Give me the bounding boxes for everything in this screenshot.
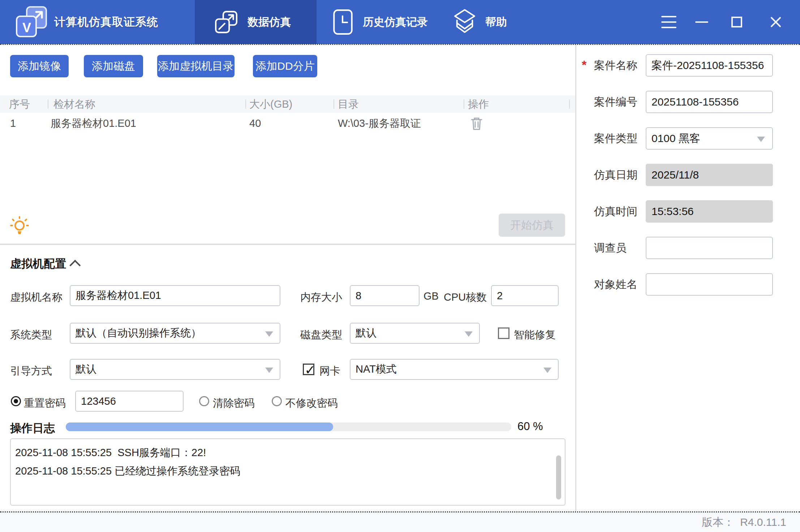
- simulation-date-label: 仿真日期: [594, 164, 637, 186]
- column-header-size: 大小(GB): [249, 95, 292, 113]
- reset-password-label: 重置密码: [24, 396, 66, 411]
- add-dd-split-button[interactable]: 添加DD分片: [253, 55, 317, 77]
- vm-config-section-header: 虚拟机配置: [10, 257, 81, 271]
- os-type-label: 系统类型: [10, 328, 52, 342]
- subject-name-label: 对象姓名: [594, 273, 637, 296]
- simulation-date-field: 2025/11/8: [646, 164, 773, 186]
- tab-help[interactable]: 帮助: [453, 0, 507, 44]
- subject-name-input[interactable]: [646, 273, 773, 296]
- memory-size-input[interactable]: [350, 285, 420, 306]
- vm-name-input[interactable]: [70, 285, 280, 306]
- simulation-date-value: 2025/11/8: [651, 169, 699, 181]
- disk-type-value: 默认: [356, 326, 377, 340]
- nic-mode-select[interactable]: NAT模式: [350, 359, 559, 380]
- statusbar-dotted-separator: [0, 511, 800, 512]
- log-line: 2025-11-08 15:55:25 SSH服务端口：22!: [15, 443, 565, 462]
- keep-password-label: 不修改密码: [285, 396, 338, 411]
- start-simulation-button[interactable]: 开始仿真: [499, 214, 565, 237]
- table-row: 1 服务器检材01.E01 40 W:\03-服务器取证: [0, 113, 575, 134]
- version-info: 版本： R4.0.11.1: [702, 512, 786, 532]
- simulation-time-value: 15:53:56: [651, 205, 694, 218]
- column-header-directory: 目录: [338, 95, 359, 113]
- minimize-button[interactable]: [695, 21, 708, 23]
- memory-size-label: 内存大小: [300, 290, 342, 305]
- simulation-time-field: 15:53:56: [646, 200, 773, 223]
- boot-mode-select[interactable]: 默认: [70, 359, 280, 380]
- os-type-select[interactable]: 默认（自动识别操作系统）: [70, 323, 280, 344]
- case-name-input[interactable]: [646, 54, 773, 77]
- status-bar: [0, 512, 800, 532]
- evidence-table-header: 序号 检材名称 大小(GB) 目录 操作: [0, 95, 575, 113]
- chevron-down-icon: [465, 331, 473, 337]
- version-value: R4.0.11.1: [740, 516, 786, 528]
- disk-type-select[interactable]: 默认: [350, 323, 480, 344]
- nic-checkbox[interactable]: [303, 364, 314, 375]
- tab-label: 历史仿真记录: [363, 15, 428, 30]
- tab-label: 数据仿真: [248, 15, 291, 30]
- data-simulation-icon: [214, 10, 238, 34]
- column-header-name: 检材名称: [53, 95, 95, 113]
- memory-unit-label: GB: [423, 290, 439, 302]
- chevron-down-icon: [265, 331, 273, 337]
- delete-row-button[interactable]: [470, 116, 483, 131]
- clear-password-radio[interactable]: [199, 396, 209, 406]
- log-scrollbar-thumb[interactable]: [556, 455, 561, 499]
- boot-mode-value: 默认: [76, 362, 96, 377]
- operation-log-content: 正在绕过操作系统登录密码…… 2025-11-08 15:55:25 SSH服务…: [11, 439, 565, 505]
- nic-mode-value: NAT模式: [356, 362, 397, 377]
- column-header-actions: 操作: [468, 95, 489, 113]
- case-type-label: 案件类型: [594, 127, 637, 150]
- operation-log-title: 操作日志: [10, 421, 55, 436]
- hint-bulb-icon: [10, 215, 29, 236]
- app-window: V 计算机仿真取证系统 数据仿真 历史仿真记录: [0, 0, 800, 532]
- tab-data-simulation[interactable]: 数据仿真: [195, 0, 317, 44]
- add-image-button[interactable]: 添加镜像: [10, 55, 69, 77]
- chevron-down-icon: [265, 368, 273, 373]
- reset-password-input[interactable]: [75, 391, 184, 412]
- row-directory: W:\03-服务器取证: [338, 113, 421, 134]
- boot-mode-label: 引导方式: [10, 364, 52, 378]
- add-vm-directory-button[interactable]: 添加虚拟机目录: [157, 55, 235, 77]
- chevron-down-icon: [757, 137, 765, 142]
- required-asterisk: *: [582, 58, 586, 72]
- progress-bar-fill: [66, 422, 333, 431]
- cpu-cores-label: CPU核数: [444, 290, 487, 305]
- operation-log-box: 正在绕过操作系统登录密码…… 2025-11-08 15:55:25 SSH服务…: [10, 438, 565, 506]
- disk-type-label: 磁盘类型: [300, 328, 342, 342]
- column-header-index: 序号: [9, 95, 30, 113]
- row-index: 1: [10, 113, 16, 134]
- case-name-label: 案件名称: [594, 54, 637, 77]
- investigator-input[interactable]: [646, 237, 773, 259]
- collapse-caret-icon[interactable]: [69, 260, 81, 271]
- reset-password-radio[interactable]: [11, 396, 21, 406]
- version-label: 版本：: [702, 515, 734, 530]
- progress-bar: [66, 422, 511, 431]
- maximize-button[interactable]: [731, 17, 742, 27]
- history-icon: [332, 9, 353, 35]
- smart-repair-label: 智能修复: [514, 328, 556, 342]
- menu-button[interactable]: [661, 16, 676, 28]
- nic-label: 网卡: [319, 364, 340, 378]
- tab-history-records[interactable]: 历史仿真记录: [332, 0, 428, 44]
- column-separator: [245, 99, 246, 109]
- keep-password-radio[interactable]: [272, 396, 282, 406]
- close-button[interactable]: [770, 16, 782, 28]
- app-header: V 计算机仿真取证系统 数据仿真 历史仿真记录: [0, 0, 800, 44]
- vm-config-title: 虚拟机配置: [10, 256, 66, 271]
- cpu-cores-input[interactable]: [491, 285, 559, 306]
- header-dotted-separator: [0, 44, 800, 45]
- case-type-select[interactable]: 0100 黑客: [646, 127, 773, 150]
- column-separator: [464, 99, 464, 109]
- clear-password-label: 清除密码: [213, 396, 255, 411]
- add-disk-button[interactable]: 添加磁盘: [84, 55, 143, 77]
- app-logo-icon: V: [14, 5, 50, 39]
- log-line-clipped: 正在绕过操作系统登录密码……: [15, 439, 565, 443]
- column-separator: [569, 99, 570, 109]
- smart-repair-checkbox[interactable]: [498, 327, 509, 339]
- case-number-input[interactable]: [646, 91, 773, 113]
- section-divider: [0, 244, 575, 245]
- case-number-label: 案件编号: [594, 91, 637, 113]
- column-separator: [48, 99, 48, 109]
- row-size: 40: [249, 113, 261, 134]
- chevron-down-icon: [543, 368, 551, 373]
